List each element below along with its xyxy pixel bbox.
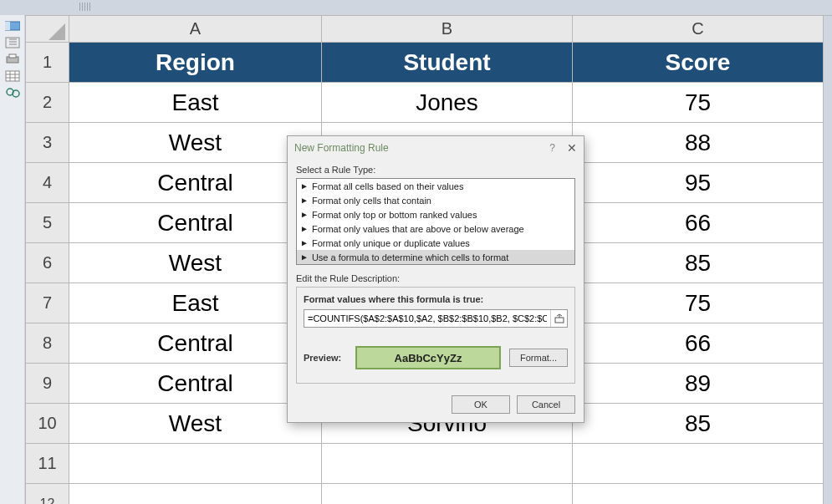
pane-icon[interactable] [5, 20, 20, 32]
rule-type-list[interactable]: ►Format all cells based on their values … [296, 178, 575, 265]
find-icon[interactable] [5, 87, 20, 99]
cell-C11[interactable] [573, 444, 824, 484]
help-icon[interactable]: ? [549, 142, 555, 154]
cell-C10[interactable]: 85 [573, 404, 824, 444]
cell-B12[interactable] [322, 484, 573, 505]
svg-rect-4 [9, 54, 16, 58]
rule-type-text: Format only cells that contain [312, 196, 431, 206]
cell-C12[interactable] [573, 484, 824, 505]
print-icon[interactable] [5, 53, 20, 65]
row-header-10[interactable]: 10 [26, 404, 69, 444]
rule-type-item[interactable]: ►Format only top or bottom ranked values [297, 207, 574, 221]
app-root: A B C 1 Region Student Score 2EastJones7… [0, 0, 832, 504]
col-header-A[interactable]: A [69, 16, 322, 43]
row-header-12[interactable]: 12 [26, 484, 69, 505]
row-header-1[interactable]: 1 [26, 43, 69, 83]
rule-type-text: Format only top or bottom ranked values [312, 210, 477, 220]
cell-B2[interactable]: Jones [322, 83, 573, 123]
cell-C4[interactable]: 95 [573, 163, 824, 203]
cancel-button-label: Cancel [532, 400, 560, 410]
bullet-icon: ► [300, 210, 309, 219]
row-header-2[interactable]: 2 [26, 83, 69, 123]
ok-button[interactable]: OK [452, 395, 510, 414]
toolbar-grip-icon [79, 3, 91, 11]
select-rule-type-label: Select a Rule Type: [296, 165, 575, 175]
row-header-8[interactable]: 8 [26, 323, 69, 364]
cell-A10[interactable]: West [69, 404, 322, 444]
cell-A2[interactable]: East [69, 83, 322, 123]
bullet-icon: ► [300, 238, 309, 247]
history-icon[interactable] [5, 37, 20, 48]
rule-type-item[interactable]: ►Format only unique or duplicate values [297, 236, 574, 250]
cell-A1[interactable]: Region [69, 43, 322, 83]
svg-rect-8 [555, 318, 564, 323]
rule-type-item[interactable]: ►Format all cells based on their values [297, 179, 574, 193]
bullet-icon: ► [300, 181, 309, 191]
cell-A7[interactable]: East [69, 283, 322, 323]
cell-A12[interactable] [69, 484, 322, 505]
row-header-3[interactable]: 3 [26, 123, 69, 163]
dialog-titlebar[interactable]: New Formatting Rule ? ✕ [288, 136, 584, 160]
rule-type-item[interactable]: ►Format only cells that contain [297, 193, 574, 207]
svg-rect-5 [6, 71, 19, 81]
new-formatting-rule-dialog: New Formatting Rule ? ✕ Select a Rule Ty… [287, 135, 584, 423]
cell-C6[interactable]: 85 [573, 243, 824, 283]
range-selector-icon[interactable] [550, 310, 567, 327]
row-header-6[interactable]: 6 [26, 243, 69, 283]
preview-sample: AaBbCcYyZz [355, 346, 501, 369]
col-header-C[interactable]: C [573, 16, 824, 43]
cell-A3[interactable]: West [69, 123, 322, 163]
cell-A4[interactable]: Central [69, 163, 322, 203]
row-header-7[interactable]: 7 [26, 283, 69, 323]
rule-type-text: Use a formula to determine which cells t… [312, 252, 508, 262]
left-toolbar [0, 15, 25, 504]
svg-rect-1 [5, 22, 10, 30]
bullet-icon: ► [300, 224, 309, 233]
dialog-title: New Formatting Rule [294, 142, 389, 154]
cell-A8[interactable]: Central [69, 323, 322, 364]
cell-A9[interactable]: Central [69, 364, 322, 404]
preview-label: Preview: [304, 353, 347, 363]
row-header-4[interactable]: 4 [26, 163, 69, 203]
cell-C9[interactable]: 89 [573, 364, 824, 404]
rule-type-text: Format only unique or duplicate values [312, 238, 470, 248]
formula-input[interactable] [304, 313, 550, 323]
cell-C5[interactable]: 66 [573, 203, 824, 243]
row-header-11[interactable]: 11 [26, 444, 69, 484]
rule-type-text: Format only values that are above or bel… [312, 224, 524, 234]
formula-input-wrap[interactable] [304, 309, 568, 328]
cell-B1[interactable]: Student [322, 43, 573, 83]
cell-A11[interactable] [69, 444, 322, 484]
cell-C7[interactable]: 75 [573, 283, 824, 323]
ok-button-label: OK [474, 400, 487, 410]
formula-label: Format values where this formula is true… [304, 294, 568, 304]
row-header-5[interactable]: 5 [26, 203, 69, 243]
rule-type-item[interactable]: ►Format only values that are above or be… [297, 221, 574, 236]
cell-C8[interactable]: 66 [573, 323, 824, 364]
table-icon[interactable] [5, 70, 20, 82]
format-button-label: Format... [520, 353, 557, 363]
cell-A5[interactable]: Central [69, 203, 322, 243]
bullet-icon: ► [300, 196, 309, 205]
close-icon[interactable]: ✕ [567, 141, 577, 155]
col-header-B[interactable]: B [322, 16, 573, 43]
rule-description-box: Format values where this formula is true… [296, 287, 575, 384]
cell-C1[interactable]: Score [573, 43, 824, 83]
cell-C3[interactable]: 88 [573, 123, 824, 163]
row-header-9[interactable]: 9 [26, 364, 69, 404]
cell-C2[interactable]: 75 [573, 83, 824, 123]
format-button[interactable]: Format... [509, 349, 568, 367]
rule-type-text: Format all cells based on their values [312, 181, 464, 191]
cell-A6[interactable]: West [69, 243, 322, 283]
rule-type-item-selected[interactable]: ►Use a formula to determine which cells … [297, 250, 574, 264]
cancel-button[interactable]: Cancel [517, 395, 575, 414]
edit-rule-description-label: Edit the Rule Description: [296, 273, 575, 283]
right-gutter [824, 16, 833, 505]
cell-B11[interactable] [322, 444, 573, 484]
select-all-corner[interactable] [26, 16, 69, 43]
bullet-icon: ► [300, 252, 309, 262]
ribbon-strip [0, 0, 832, 15]
